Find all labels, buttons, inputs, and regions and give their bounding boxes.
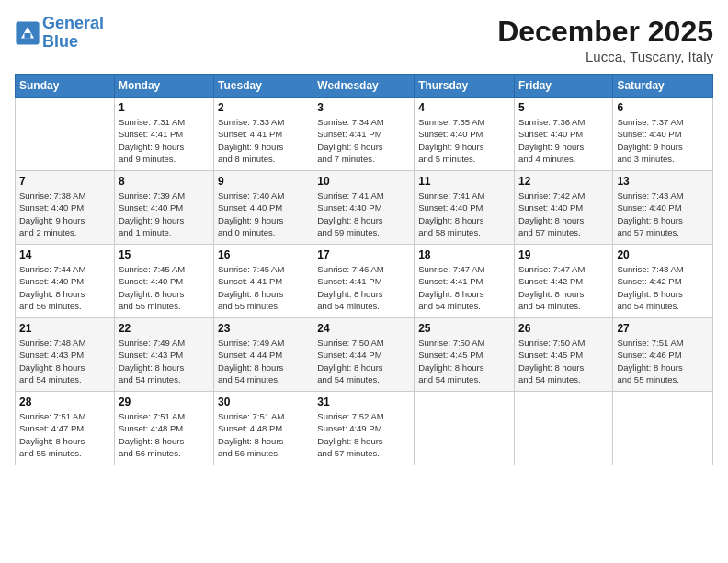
day-info: Sunrise: 7:46 AM Sunset: 4:41 PM Dayligh… xyxy=(317,263,410,312)
table-row: 27Sunrise: 7:51 AM Sunset: 4:46 PM Dayli… xyxy=(613,318,713,392)
col-sunday: Sunday xyxy=(16,75,115,98)
day-info: Sunrise: 7:41 AM Sunset: 4:40 PM Dayligh… xyxy=(418,190,510,238)
table-row: 31Sunrise: 7:52 AM Sunset: 4:49 PM Dayli… xyxy=(313,392,415,465)
table-row: 3Sunrise: 7:34 AM Sunset: 4:41 PM Daylig… xyxy=(313,98,415,171)
day-info: Sunrise: 7:51 AM Sunset: 4:46 PM Dayligh… xyxy=(617,337,709,385)
logo: General Blue xyxy=(15,15,104,52)
table-row: 8Sunrise: 7:39 AM Sunset: 4:40 PM Daylig… xyxy=(114,171,213,245)
table-row: 22Sunrise: 7:49 AM Sunset: 4:43 PM Dayli… xyxy=(114,318,213,392)
table-row: 2Sunrise: 7:33 AM Sunset: 4:41 PM Daylig… xyxy=(214,98,313,171)
day-info: Sunrise: 7:50 AM Sunset: 4:45 PM Dayligh… xyxy=(418,337,510,385)
day-number: 22 xyxy=(119,322,210,335)
day-number: 27 xyxy=(617,322,709,335)
day-info: Sunrise: 7:41 AM Sunset: 4:40 PM Dayligh… xyxy=(317,190,410,238)
day-info: Sunrise: 7:51 AM Sunset: 4:48 PM Dayligh… xyxy=(119,410,210,459)
table-row: 19Sunrise: 7:47 AM Sunset: 4:42 PM Dayli… xyxy=(514,245,612,318)
calendar-week-row: 21Sunrise: 7:48 AM Sunset: 4:43 PM Dayli… xyxy=(16,318,713,392)
calendar-week-row: 1Sunrise: 7:31 AM Sunset: 4:41 PM Daylig… xyxy=(16,98,713,171)
table-row: 4Sunrise: 7:35 AM Sunset: 4:40 PM Daylig… xyxy=(415,98,515,171)
day-number: 18 xyxy=(418,248,510,261)
table-row xyxy=(613,392,713,465)
day-number: 29 xyxy=(119,396,210,408)
table-row: 10Sunrise: 7:41 AM Sunset: 4:40 PM Dayli… xyxy=(313,171,415,245)
day-number: 24 xyxy=(317,322,410,335)
day-info: Sunrise: 7:35 AM Sunset: 4:40 PM Dayligh… xyxy=(418,116,510,165)
day-info: Sunrise: 7:49 AM Sunset: 4:43 PM Dayligh… xyxy=(119,337,210,385)
table-row: 28Sunrise: 7:51 AM Sunset: 4:47 PM Dayli… xyxy=(16,392,115,465)
day-number: 17 xyxy=(317,248,410,261)
day-number: 26 xyxy=(518,322,609,335)
day-number: 9 xyxy=(218,175,309,188)
day-info: Sunrise: 7:48 AM Sunset: 4:43 PM Dayligh… xyxy=(19,337,110,385)
day-info: Sunrise: 7:50 AM Sunset: 4:44 PM Dayligh… xyxy=(317,337,410,385)
month-title: December 2025 xyxy=(497,15,713,49)
table-row: 26Sunrise: 7:50 AM Sunset: 4:45 PM Dayli… xyxy=(514,318,612,392)
day-info: Sunrise: 7:42 AM Sunset: 4:40 PM Dayligh… xyxy=(518,190,609,238)
day-number: 7 xyxy=(19,175,110,188)
table-row xyxy=(415,392,515,465)
table-row: 11Sunrise: 7:41 AM Sunset: 4:40 PM Dayli… xyxy=(415,171,515,245)
day-number: 28 xyxy=(19,396,110,408)
day-number: 14 xyxy=(19,248,110,261)
day-number: 3 xyxy=(317,101,410,114)
day-number: 5 xyxy=(518,101,609,114)
day-number: 30 xyxy=(218,396,309,408)
day-number: 31 xyxy=(317,396,410,408)
table-row: 20Sunrise: 7:48 AM Sunset: 4:42 PM Dayli… xyxy=(613,245,713,318)
col-wednesday: Wednesday xyxy=(313,75,415,98)
day-info: Sunrise: 7:38 AM Sunset: 4:40 PM Dayligh… xyxy=(19,190,110,238)
table-row: 23Sunrise: 7:49 AM Sunset: 4:44 PM Dayli… xyxy=(214,318,313,392)
day-number: 11 xyxy=(418,175,510,188)
day-info: Sunrise: 7:39 AM Sunset: 4:40 PM Dayligh… xyxy=(119,190,210,238)
table-row: 17Sunrise: 7:46 AM Sunset: 4:41 PM Dayli… xyxy=(313,245,415,318)
table-row: 13Sunrise: 7:43 AM Sunset: 4:40 PM Dayli… xyxy=(613,171,713,245)
day-info: Sunrise: 7:48 AM Sunset: 4:42 PM Dayligh… xyxy=(617,263,709,312)
table-row: 14Sunrise: 7:44 AM Sunset: 4:40 PM Dayli… xyxy=(16,245,115,318)
col-tuesday: Tuesday xyxy=(214,75,313,98)
day-info: Sunrise: 7:49 AM Sunset: 4:44 PM Dayligh… xyxy=(218,337,309,385)
table-row: 9Sunrise: 7:40 AM Sunset: 4:40 PM Daylig… xyxy=(214,171,313,245)
calendar-table: Sunday Monday Tuesday Wednesday Thursday… xyxy=(15,74,713,465)
table-row: 15Sunrise: 7:45 AM Sunset: 4:40 PM Dayli… xyxy=(114,245,213,318)
table-row: 5Sunrise: 7:36 AM Sunset: 4:40 PM Daylig… xyxy=(514,98,612,171)
location-title: Lucca, Tuscany, Italy xyxy=(497,49,713,64)
table-row: 25Sunrise: 7:50 AM Sunset: 4:45 PM Dayli… xyxy=(415,318,515,392)
day-info: Sunrise: 7:31 AM Sunset: 4:41 PM Dayligh… xyxy=(119,116,210,165)
day-info: Sunrise: 7:50 AM Sunset: 4:45 PM Dayligh… xyxy=(518,337,609,385)
calendar-week-row: 14Sunrise: 7:44 AM Sunset: 4:40 PM Dayli… xyxy=(16,245,713,318)
table-row: 30Sunrise: 7:51 AM Sunset: 4:48 PM Dayli… xyxy=(214,392,313,465)
day-number: 10 xyxy=(317,175,410,188)
day-number: 4 xyxy=(418,101,510,114)
calendar-week-row: 28Sunrise: 7:51 AM Sunset: 4:47 PM Dayli… xyxy=(16,392,713,465)
day-number: 6 xyxy=(617,101,709,114)
day-info: Sunrise: 7:33 AM Sunset: 4:41 PM Dayligh… xyxy=(218,116,309,165)
table-row xyxy=(16,98,115,171)
day-info: Sunrise: 7:51 AM Sunset: 4:47 PM Dayligh… xyxy=(19,410,110,459)
day-info: Sunrise: 7:36 AM Sunset: 4:40 PM Dayligh… xyxy=(518,116,609,165)
day-info: Sunrise: 7:51 AM Sunset: 4:48 PM Dayligh… xyxy=(218,410,309,459)
day-number: 1 xyxy=(119,101,210,114)
day-info: Sunrise: 7:47 AM Sunset: 4:42 PM Dayligh… xyxy=(518,263,609,312)
table-row: 7Sunrise: 7:38 AM Sunset: 4:40 PM Daylig… xyxy=(16,171,115,245)
logo-icon xyxy=(15,20,40,46)
day-info: Sunrise: 7:34 AM Sunset: 4:41 PM Dayligh… xyxy=(317,116,410,165)
calendar-header-row: Sunday Monday Tuesday Wednesday Thursday… xyxy=(16,75,713,98)
page: General Blue December 2025 Lucca, Tuscan… xyxy=(0,0,728,563)
table-row: 6Sunrise: 7:37 AM Sunset: 4:40 PM Daylig… xyxy=(613,98,713,171)
header: General Blue December 2025 Lucca, Tuscan… xyxy=(15,15,713,64)
day-number: 25 xyxy=(418,322,510,335)
logo-text: General Blue xyxy=(42,15,104,52)
table-row: 12Sunrise: 7:42 AM Sunset: 4:40 PM Dayli… xyxy=(514,171,612,245)
day-number: 19 xyxy=(518,248,609,261)
logo-line2: Blue xyxy=(42,32,78,51)
svg-rect-2 xyxy=(25,33,31,39)
table-row: 21Sunrise: 7:48 AM Sunset: 4:43 PM Dayli… xyxy=(16,318,115,392)
table-row: 24Sunrise: 7:50 AM Sunset: 4:44 PM Dayli… xyxy=(313,318,415,392)
day-number: 16 xyxy=(218,248,309,261)
day-info: Sunrise: 7:44 AM Sunset: 4:40 PM Dayligh… xyxy=(19,263,110,312)
day-number: 13 xyxy=(617,175,709,188)
day-number: 20 xyxy=(617,248,709,261)
day-number: 2 xyxy=(218,101,309,114)
col-saturday: Saturday xyxy=(613,75,713,98)
table-row xyxy=(514,392,612,465)
